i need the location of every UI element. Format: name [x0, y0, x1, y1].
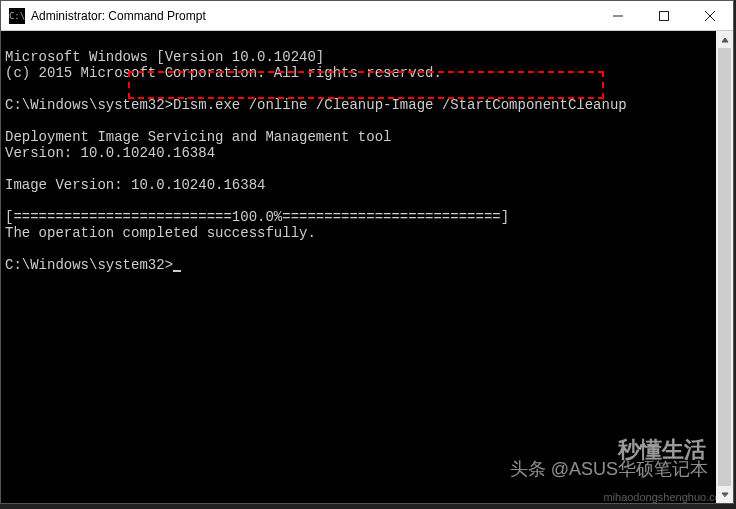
cursor-icon — [173, 270, 181, 272]
close-button[interactable] — [687, 1, 733, 30]
console-prompt: C:\Windows\system32> — [5, 257, 173, 273]
cmd-icon: C:\ — [9, 8, 25, 24]
console-prompt: C:\Windows\system32> — [5, 97, 173, 113]
watermark-text: 头条 @ASUS华硕笔记本 — [510, 457, 708, 481]
console-line: Image Version: 10.0.10240.16384 — [5, 177, 265, 193]
svg-marker-4 — [722, 38, 728, 42]
scrollbar-thumb[interactable] — [718, 48, 731, 486]
minimize-button[interactable] — [595, 1, 641, 30]
console-command: Dism.exe /online /Cleanup-Image /StartCo… — [173, 97, 627, 113]
titlebar: C:\ Administrator: Command Prompt — [1, 1, 733, 31]
window-title: Administrator: Command Prompt — [31, 9, 595, 23]
svg-rect-1 — [660, 11, 669, 20]
maximize-button[interactable] — [641, 1, 687, 30]
console-area[interactable]: Microsoft Windows [Version 10.0.10240] (… — [1, 31, 733, 503]
console-line: Deployment Image Servicing and Managemen… — [5, 129, 391, 145]
scrollbar-track[interactable] — [716, 48, 733, 486]
window-controls — [595, 1, 733, 30]
console-line: Version: 10.0.10240.16384 — [5, 145, 215, 161]
scroll-up-button[interactable] — [716, 31, 733, 48]
console-line: [==========================100.0%=======… — [5, 209, 509, 225]
console-line: Microsoft Windows [Version 10.0.10240] — [5, 49, 324, 65]
cmd-window: C:\ Administrator: Command Prompt Micros… — [0, 0, 734, 504]
watermark-text: mihaodongshenghuo.com — [603, 491, 730, 503]
console-line: The operation completed successfully. — [5, 225, 316, 241]
console-line: (c) 2015 Microsoft Corporation. All righ… — [5, 65, 442, 81]
scrollbar — [716, 31, 733, 503]
